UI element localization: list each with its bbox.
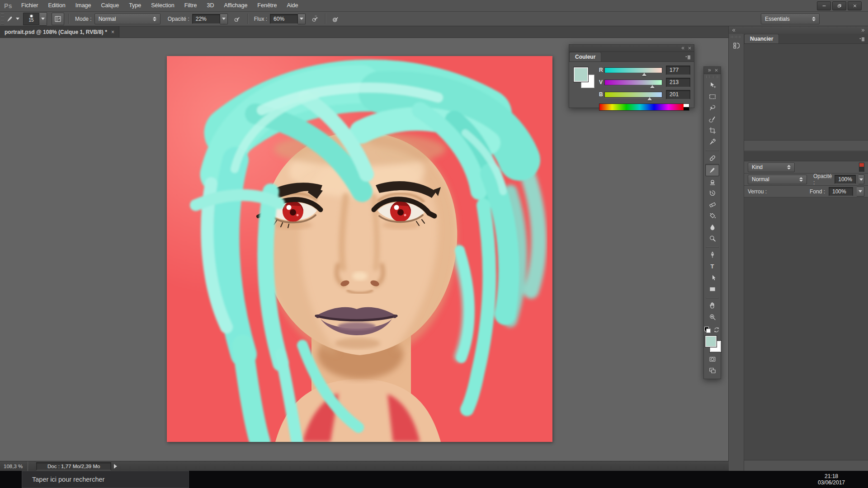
menu-fen-tre[interactable]: Fenêtre (252, 0, 282, 11)
menu-image[interactable]: Image (71, 0, 96, 11)
separator (68, 14, 69, 24)
document-tab[interactable]: portrait.psd @ 108% (Calque 1, RVB/8) * … (0, 26, 119, 38)
flow-caret[interactable] (298, 14, 306, 24)
color-spectrum-ramp[interactable] (599, 103, 689, 111)
rectangle-tool[interactable] (706, 283, 719, 295)
channel-slider[interactable] (604, 92, 662, 98)
layer-fill-caret[interactable] (857, 187, 864, 197)
expand-dock-icon[interactable] (860, 28, 866, 33)
slider-thumb[interactable] (650, 85, 655, 88)
blend-mode-dropdown[interactable]: Normal (94, 14, 160, 24)
blend-mode-value: Normal (99, 16, 116, 22)
collapse-dock-icon[interactable] (731, 28, 736, 33)
foreground-color-swatch[interactable] (574, 67, 588, 82)
spot-healing-brush-tool[interactable] (706, 150, 719, 164)
menu-edition[interactable]: Edition (43, 0, 71, 11)
opacity-caret[interactable] (220, 14, 228, 24)
hand-tool[interactable] (706, 298, 719, 311)
eyedropper-tool[interactable] (706, 136, 719, 147)
workspace-switcher[interactable]: Essentials (761, 14, 820, 24)
options-grip[interactable] (1, 14, 4, 24)
horizontal-type-tool[interactable]: T (706, 261, 719, 272)
taskbar-search-box[interactable]: Taper ici pour rechercher (22, 471, 189, 488)
channel-slider[interactable] (604, 67, 662, 73)
crop-tool[interactable] (706, 125, 719, 136)
lasso-tool[interactable] (706, 102, 719, 113)
strip-grip[interactable] (731, 36, 741, 38)
brush-preset-picker[interactable]: 15 (23, 13, 39, 25)
menu-type[interactable]: Type (124, 0, 146, 11)
clock-date: 03/06/2017 (814, 479, 849, 486)
history-brush-tool[interactable] (706, 188, 719, 199)
move-tool[interactable] (706, 80, 719, 91)
brush-tool-icon (708, 166, 717, 174)
minimize-button[interactable] (817, 1, 831, 10)
swap-colors-icon[interactable] (712, 326, 721, 334)
tab-nuancier[interactable]: Nuancier (744, 34, 779, 43)
foreground-color-tool-swatch[interactable] (705, 336, 717, 347)
collapsed-properties-panel-icon[interactable] (731, 40, 742, 52)
menu-filtre[interactable]: Filtre (179, 0, 202, 11)
close-button[interactable] (848, 1, 862, 10)
zoom-level[interactable]: 108,3 % (0, 464, 26, 469)
brush-panel-toggle-button[interactable] (52, 13, 64, 25)
menu-aide[interactable]: Aide (282, 0, 303, 11)
tools-grip[interactable] (707, 75, 718, 78)
canvas-portrait-painting[interactable] (167, 56, 552, 442)
eraser-tool[interactable] (706, 199, 719, 210)
expand-tools-icon[interactable] (707, 68, 712, 73)
paint-bucket-tool[interactable] (706, 210, 719, 221)
tab-close-icon[interactable]: × (111, 29, 114, 35)
rectangular-marquee-tool[interactable] (706, 91, 719, 102)
menu-fichier[interactable]: Fichier (16, 0, 43, 11)
default-colors-icon[interactable] (704, 327, 711, 333)
menu-3d[interactable]: 3D (202, 0, 219, 11)
quick-mask-button[interactable] (706, 353, 719, 365)
filter-toggle-switch[interactable] (859, 163, 864, 172)
restore-button[interactable] (832, 1, 846, 10)
channel-value-input[interactable]: 213 (666, 78, 690, 87)
brush-picker-caret[interactable] (39, 12, 47, 26)
flow-input[interactable]: 60% (270, 14, 298, 24)
pressure-size-button[interactable] (330, 13, 342, 25)
dodge-tool[interactable] (706, 233, 719, 244)
start-button[interactable] (0, 471, 22, 488)
opacity-input[interactable]: 22% (192, 14, 220, 24)
menu-s-lection[interactable]: Sélection (146, 0, 179, 11)
zoom-tool[interactable] (706, 311, 719, 323)
collapse-panel-icon[interactable] (680, 46, 685, 51)
brush-tool[interactable] (705, 164, 719, 176)
spectrum-white-black[interactable] (684, 104, 689, 110)
menu-calque[interactable]: Calque (96, 0, 124, 11)
layer-opacity-caret[interactable] (859, 174, 864, 184)
tool-preset-caret[interactable] (16, 18, 19, 20)
channel-value-input[interactable]: 201 (666, 90, 690, 99)
pen-tool[interactable] (706, 247, 719, 261)
clone-stamp-tool-icon (708, 178, 717, 186)
path-selection-tool[interactable] (706, 272, 719, 283)
clone-stamp-tool[interactable] (706, 176, 719, 188)
spectrum-gradient[interactable] (599, 104, 684, 110)
channel-slider[interactable] (604, 80, 662, 85)
panel-menu-icon[interactable] (684, 53, 692, 61)
close-panel-icon[interactable] (687, 46, 692, 51)
taskbar-clock[interactable]: 21:18 03/06/2017 (812, 473, 851, 486)
airbrush-button[interactable] (309, 13, 321, 25)
screen-mode-button[interactable] (706, 365, 719, 376)
status-options-arrow[interactable] (114, 464, 117, 469)
tab-couleur[interactable]: Couleur (569, 52, 601, 61)
layer-opacity-input[interactable]: 100% (835, 175, 856, 184)
panel-menu-icon[interactable] (858, 35, 866, 43)
quick-selection-tool[interactable] (706, 113, 719, 125)
layer-blend-mode-dropdown[interactable]: Normal (748, 175, 807, 184)
menu-affichage[interactable]: Affichage (219, 0, 252, 11)
pressure-opacity-button[interactable] (231, 13, 243, 25)
channel-value-input[interactable]: 177 (666, 66, 690, 75)
close-tools-icon[interactable] (714, 68, 719, 73)
current-tool-brush-icon[interactable] (4, 13, 16, 25)
slider-thumb[interactable] (647, 97, 652, 100)
slider-thumb[interactable] (642, 73, 646, 76)
layer-fill-input[interactable]: 100% (829, 187, 853, 196)
blur-tool[interactable] (706, 221, 719, 233)
filter-type-dropdown[interactable]: Kind (748, 163, 795, 172)
